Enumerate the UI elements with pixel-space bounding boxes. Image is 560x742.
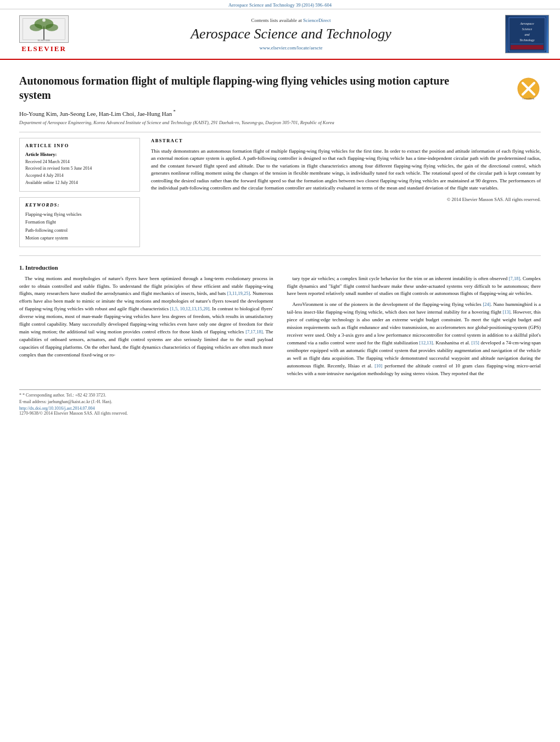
article-title-section: Autonomous formation flight of multiple … <box>19 74 541 102</box>
journal-logo-right: Aerospace Science and Technology <box>505 15 549 53</box>
abstract-text: This study demonstrates an autonomous fo… <box>151 148 541 192</box>
journal-title: Aerospace Science and Technology <box>77 26 505 42</box>
ref-10: [10] <box>374 363 382 369</box>
svg-text:and: and <box>525 33 530 36</box>
corresponding-text: * Corresponding author. Tel.: +82 42 350… <box>23 393 106 398</box>
intro-left-text: The wing motions and morphologies of nat… <box>19 275 273 359</box>
issn-line: 1270-9638/© 2014 Elsevier Masson SAS. Al… <box>19 411 541 416</box>
affiliation-text: Department of Aerospace Engineering, Kor… <box>19 120 541 125</box>
keyword-3: Path-following control <box>25 226 134 234</box>
svg-text:Science: Science <box>522 27 533 31</box>
elsevier-logo: ELSEVIER ELSEVIER <box>11 15 77 53</box>
ref-1-5: [1,5, 10,12,13,15,20] <box>170 306 210 311</box>
available-date: Available online 12 July 2014 <box>25 180 134 187</box>
ref-24: [24] <box>483 302 490 307</box>
page-footer: * * Corresponding author. Tel.: +82 42 3… <box>19 389 541 416</box>
keywords-box: Keywords: Flapping-wing flying vehicles … <box>19 197 140 247</box>
corresponding-star: * <box>172 109 176 114</box>
ref-13: [13] <box>503 309 511 315</box>
article-title: Autonomous formation flight of multiple … <box>19 74 469 102</box>
main-content: Autonomous formation flight of multiple … <box>0 60 560 426</box>
authors-line: Ho-Young Kim, Jun-Seong Lee, Han-Lim Cho… <box>19 109 541 117</box>
journal-ref-text: Aerospace Science and Technology 39 (201… <box>228 2 332 8</box>
elsevier-text: ELSEVIER <box>21 44 66 53</box>
ref-3-11-19-25: [3,11,19,25] <box>227 291 250 296</box>
keyword-4: Motion capture system <box>25 234 134 242</box>
contents-line: Contents lists available at ScienceDirec… <box>77 18 505 23</box>
email-note: E-mail address: jaehunghan@kaist.ac.kr (… <box>19 399 541 404</box>
svg-point-5 <box>46 24 58 31</box>
section-divider <box>19 255 541 256</box>
ref-7-17-18: [7,17,18] <box>245 329 262 334</box>
svg-rect-15 <box>511 45 544 49</box>
article-info-title: ARTICLE INFO <box>25 143 134 148</box>
svg-point-6 <box>42 18 46 21</box>
journal-header: ELSEVIER ELSEVIER Contents lists availab… <box>0 9 560 60</box>
introduction-heading: 1. Introduction <box>19 264 541 271</box>
keyword-1: Flapping-wing flying vehicles <box>25 210 134 218</box>
received-date: Received 24 March 2014 <box>25 159 134 166</box>
accepted-date: Accepted 4 July 2014 <box>25 172 134 180</box>
svg-text:CrossMark: CrossMark <box>522 97 535 100</box>
intro-para-1: The wing motions and morphologies of nat… <box>19 275 273 359</box>
svg-text:ELSEVIER: ELSEVIER <box>38 39 51 42</box>
svg-text:Aerospace: Aerospace <box>519 22 534 25</box>
journal-center-info: Contents lists available at ScienceDirec… <box>77 18 505 51</box>
abstract-copyright: © 2014 Elsevier Masson SAS. All rights r… <box>151 197 541 202</box>
authors-text: Ho-Young Kim, Jun-Seong Lee, Han-Lim Cho… <box>19 110 172 117</box>
ref-7-18: [7,18] <box>509 276 520 281</box>
doi-line: http://dx.doi.org/10.1016/j.ast.2014.07.… <box>19 406 541 411</box>
svg-text:Technology: Technology <box>519 38 535 42</box>
body-text-columns: The wing motions and morphologies of nat… <box>19 275 541 381</box>
article-history-title: Article History: <box>25 152 134 157</box>
journal-url[interactable]: www.elsevier.com/locate/aescte <box>77 45 505 51</box>
intro-right-para-1: tary type air vehicles; a complex limit … <box>287 275 541 298</box>
abstract-title: ABSTRACT <box>151 138 541 143</box>
keywords-title: Keywords: <box>25 202 134 208</box>
abstract-section: ABSTRACT This study demonstrates an auto… <box>151 138 541 247</box>
article-info-abstract-section: ARTICLE INFO Article History: Received 2… <box>19 132 541 247</box>
journal-reference-bar: Aerospace Science and Technology 39 (201… <box>0 0 560 9</box>
elsevier-logo-image: ELSEVIER <box>19 15 69 43</box>
intro-right-text: tary type air vehicles; a complex limit … <box>287 275 541 378</box>
ref-12-13: [12,13] <box>419 340 433 345</box>
keyword-2: Formation flight <box>25 218 134 226</box>
left-column: ARTICLE INFO Article History: Received 2… <box>19 138 140 247</box>
corresponding-note: * * Corresponding author. Tel.: +82 42 3… <box>19 393 541 398</box>
ref-15: [15] <box>472 340 479 345</box>
body-right-column: tary type air vehicles; a complex limit … <box>287 275 541 381</box>
crossmark-logo: CrossMark <box>516 76 541 101</box>
revised-date: Received in revised form 5 June 2014 <box>25 165 134 172</box>
article-info-box: ARTICLE INFO Article History: Received 2… <box>19 138 140 192</box>
intro-right-para-2: AeroVironment is one of the pioneers in … <box>287 301 541 377</box>
body-left-column: The wing motions and morphologies of nat… <box>19 275 273 381</box>
doi-url[interactable]: http://dx.doi.org/10.1016/j.ast.2014.07.… <box>19 406 94 411</box>
svg-point-4 <box>30 24 42 31</box>
science-direct-link[interactable]: ScienceDirect <box>303 18 331 23</box>
